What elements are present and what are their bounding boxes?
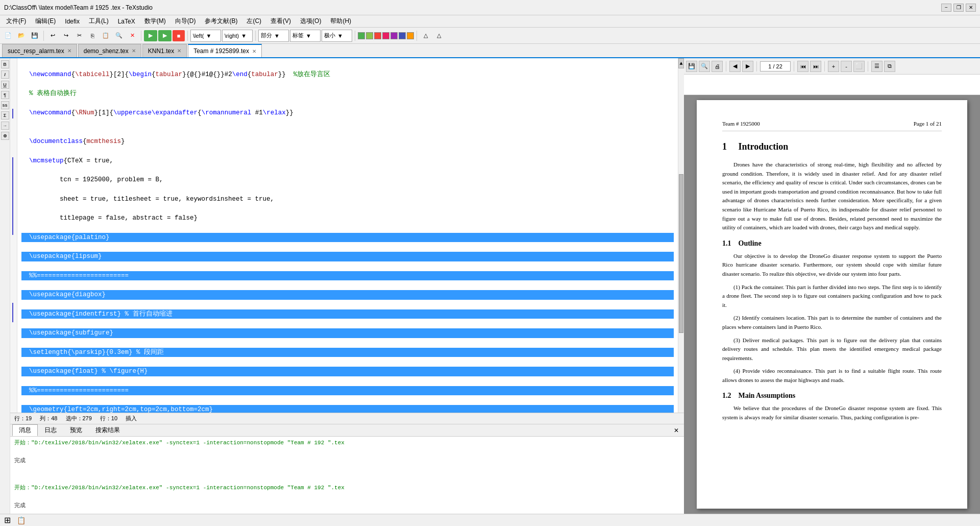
fold-11[interactable] bbox=[10, 245, 17, 254]
fold-13[interactable] bbox=[10, 264, 17, 274]
color-red2[interactable] bbox=[382, 32, 389, 39]
tab-team-close[interactable]: ✕ bbox=[252, 49, 256, 54]
stop-button[interactable]: ✕ bbox=[126, 30, 138, 42]
pdf-prev-page[interactable]: ◀ bbox=[729, 61, 741, 72]
sidebar-arrow[interactable]: → bbox=[1, 122, 9, 130]
menu-view[interactable]: 查看(V) bbox=[266, 16, 295, 27]
fold-10[interactable] bbox=[10, 235, 17, 245]
fold-2[interactable] bbox=[10, 70, 17, 80]
msg-tab-message[interactable]: 消息 bbox=[12, 424, 38, 436]
fold-1[interactable] bbox=[10, 60, 17, 70]
scroll-up[interactable]: ▲ bbox=[678, 58, 684, 68]
color-orange[interactable] bbox=[407, 32, 414, 39]
tag-dropdown[interactable]: 标签 ▼ bbox=[290, 30, 321, 42]
taskbar-app[interactable]: 📋 bbox=[17, 516, 26, 524]
right-dropdown[interactable]: \right) ▼ bbox=[222, 30, 253, 42]
sidebar-italic[interactable]: I bbox=[1, 70, 9, 79]
compile-button[interactable]: ▶ bbox=[144, 30, 157, 41]
fold-5[interactable] bbox=[10, 99, 17, 109]
msg-tab-preview[interactable]: 预览 bbox=[63, 424, 89, 436]
menu-help[interactable]: 帮助(H) bbox=[326, 16, 355, 27]
scroll-thumb[interactable] bbox=[679, 174, 683, 333]
save-button[interactable]: 💾 bbox=[29, 30, 41, 42]
msg-tab-search[interactable]: 搜索结果 bbox=[89, 424, 127, 436]
tab-succ-close[interactable]: ✕ bbox=[67, 48, 71, 54]
pdf-zoom-fit[interactable]: ⬜ bbox=[853, 61, 865, 72]
compile2-button[interactable]: ▶ bbox=[158, 30, 172, 41]
fold-14[interactable] bbox=[10, 274, 17, 283]
menu-tools[interactable]: 工具(L) bbox=[85, 16, 113, 27]
tab-team[interactable]: Team # 1925899.tex ✕ bbox=[188, 44, 262, 57]
tri-down[interactable]: △ bbox=[433, 30, 445, 42]
fold-15[interactable] bbox=[10, 283, 17, 293]
tab-demo-close[interactable]: ✕ bbox=[132, 48, 136, 54]
pdf-zoom-out[interactable]: - bbox=[841, 61, 852, 72]
close-button[interactable]: ✕ bbox=[966, 4, 976, 12]
pdf-page-input[interactable] bbox=[760, 61, 791, 71]
tab-succ[interactable]: succ_resp_alarm.tex ✕ bbox=[2, 44, 77, 57]
fold-8[interactable] bbox=[10, 138, 17, 148]
menu-idefix[interactable]: Idefix bbox=[61, 17, 84, 26]
menu-options[interactable]: 选项(O) bbox=[296, 16, 325, 27]
fold-16[interactable] bbox=[10, 293, 17, 303]
pdf-single[interactable]: ☰ bbox=[871, 61, 883, 72]
fold-12[interactable] bbox=[10, 254, 17, 264]
sidebar-ss[interactable]: ss bbox=[1, 101, 9, 109]
msg-tab-log[interactable]: 日志 bbox=[38, 424, 63, 436]
fold-3[interactable] bbox=[10, 80, 17, 89]
menu-wizard[interactable]: 向导(D) bbox=[171, 16, 200, 27]
tab-knn-close[interactable]: ✕ bbox=[177, 48, 181, 54]
fold-6[interactable] bbox=[10, 118, 17, 128]
color-green2[interactable] bbox=[366, 32, 373, 39]
pdf-next-page[interactable]: ▶ bbox=[742, 61, 753, 72]
tab-demo[interactable]: demo_shenz.tex ✕ bbox=[78, 44, 141, 57]
min-dropdown[interactable]: 极小 ▼ bbox=[322, 30, 352, 42]
stop-compile-button[interactable]: ■ bbox=[173, 30, 185, 41]
pdf-search[interactable]: 🔍 bbox=[699, 61, 710, 72]
tri-up[interactable]: △ bbox=[420, 30, 432, 42]
copy-button[interactable]: ⎘ bbox=[86, 30, 99, 42]
sidebar-para[interactable]: ¶ bbox=[1, 91, 9, 99]
sidebar-underline[interactable]: U bbox=[1, 81, 9, 89]
menu-latex[interactable]: LaTeX bbox=[114, 17, 139, 26]
minimize-button[interactable]: − bbox=[941, 4, 951, 12]
pdf-double[interactable]: ⧉ bbox=[884, 61, 895, 72]
left-dropdown[interactable]: \left( ▼ bbox=[190, 30, 221, 42]
sidebar-plus[interactable]: ⊕ bbox=[1, 132, 9, 140]
pdf-print[interactable]: 🖨 bbox=[712, 61, 723, 72]
fold-7[interactable] bbox=[10, 128, 17, 138]
pdf-content[interactable]: Team # 1925000 Page 1 of 21 1 Introducti… bbox=[684, 95, 980, 514]
code-lines[interactable]: \newcommand{\tabicell}[2]{\begin{tabular… bbox=[17, 58, 678, 413]
windows-start[interactable]: ⊞ bbox=[4, 515, 11, 525]
sidebar-bold[interactable]: B bbox=[1, 60, 9, 68]
fold-9[interactable] bbox=[10, 148, 17, 157]
find-button[interactable]: 🔍 bbox=[113, 30, 125, 42]
menu-edit[interactable]: 编辑(E) bbox=[31, 16, 60, 27]
pdf-last-page[interactable]: ⏭ bbox=[810, 61, 821, 72]
cut-button[interactable]: ✂ bbox=[73, 30, 85, 42]
redo-button[interactable]: ↪ bbox=[60, 30, 72, 42]
undo-button[interactable]: ↩ bbox=[46, 30, 59, 42]
menu-refs[interactable]: 参考文献(B) bbox=[201, 16, 241, 27]
pdf-save[interactable]: 💾 bbox=[686, 61, 697, 72]
code-editor[interactable]: \newcommand{\tabicell}[2]{\begin{tabular… bbox=[10, 58, 684, 413]
paste-button[interactable]: 📋 bbox=[100, 30, 112, 42]
color-green1[interactable] bbox=[358, 32, 365, 39]
pdf-first-page[interactable]: ⏮ bbox=[797, 61, 808, 72]
restore-button[interactable]: ❐ bbox=[953, 4, 964, 12]
menu-math[interactable]: 数学(M) bbox=[140, 16, 170, 27]
tab-knn[interactable]: KNN1.tex ✕ bbox=[142, 44, 187, 57]
color-blue[interactable] bbox=[399, 32, 406, 39]
part-dropdown[interactable]: 部分 ▼ bbox=[258, 30, 289, 42]
color-red1[interactable] bbox=[374, 32, 381, 39]
color-purple[interactable] bbox=[390, 32, 398, 39]
fold-4[interactable] bbox=[10, 89, 17, 99]
open-button[interactable]: 📂 bbox=[15, 30, 28, 42]
new-button[interactable]: 📄 bbox=[2, 30, 14, 42]
sidebar-sigma[interactable]: Σ bbox=[1, 111, 9, 119]
pdf-zoom-in[interactable]: + bbox=[828, 61, 839, 72]
message-close-button[interactable]: ✕ bbox=[671, 427, 682, 434]
menu-file[interactable]: 文件(F) bbox=[2, 16, 30, 27]
editor-scrollbar[interactable]: ▲ ▼ bbox=[678, 58, 684, 413]
menu-left[interactable]: 左(C) bbox=[242, 16, 265, 27]
